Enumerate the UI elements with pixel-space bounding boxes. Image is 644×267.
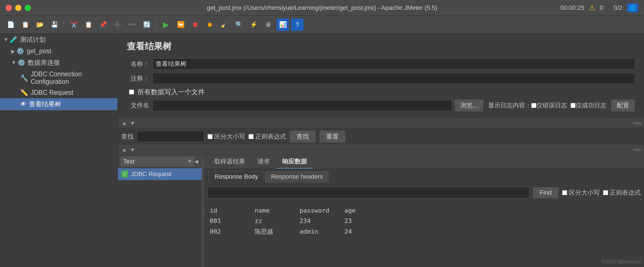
start-button[interactable]: ▶ (160, 19, 172, 31)
resp-find-button[interactable]: Find (533, 187, 559, 198)
result-item-jdbc[interactable]: ✓ JDBC Request (118, 168, 202, 180)
remote-start-button[interactable]: 🖥 (262, 19, 274, 31)
format-dropdown[interactable]: Text HTML JSON XML RegExp Tester (120, 156, 195, 167)
log-viewer-button[interactable]: 📊 (277, 19, 289, 31)
minimize-button[interactable] (15, 5, 21, 11)
search-input[interactable] (137, 131, 204, 142)
tab-sampler-label: 取样器结果 (214, 158, 245, 165)
response-search-input[interactable] (208, 187, 529, 198)
cell-password-2: admin (300, 226, 333, 237)
name-input[interactable] (153, 58, 635, 70)
response-subtabs: Response Body Response headers (204, 169, 644, 185)
eye-icon: 👁 (20, 100, 27, 108)
col-id-header: id (210, 205, 243, 216)
shield-icon: ✓ (121, 171, 128, 178)
stop-button[interactable]: ⏹ (189, 19, 201, 31)
config-button[interactable]: 配置 (611, 99, 635, 112)
tree-label-db-connect: 数据库连接 (28, 58, 60, 67)
cut-button[interactable]: ✂️ (68, 19, 80, 31)
file-input[interactable] (153, 100, 452, 111)
resp-case-label: 区分大小写 (562, 188, 600, 197)
tab-request[interactable]: 请求 (252, 155, 275, 169)
results-toolbar: Text HTML JSON XML RegExp Tester ▼ ◀ (118, 155, 202, 168)
resp-data-row-2: 002 陈思越 admin 24 (210, 226, 638, 237)
expand-button[interactable]: ➕ (111, 19, 124, 31)
regex-checkbox[interactable] (249, 134, 254, 139)
subtab-response-body[interactable]: Response Body (209, 171, 264, 182)
browse-button[interactable]: 浏览... (454, 99, 484, 112)
cell-age-2: 24 (344, 226, 378, 237)
right-panel: 查看结果树 名称： 注释： 所有数据写入一个文件 文件名 浏览... (118, 34, 644, 267)
name-label: 名称： (127, 60, 149, 68)
subtab-response-headers[interactable]: Response headers (265, 171, 329, 182)
comment-label: 注释： (127, 74, 149, 83)
response-search-row: Find 区分大小写 正则表达式 (204, 185, 644, 201)
separator-1 (64, 20, 64, 30)
case-checkbox[interactable] (208, 134, 213, 139)
tab-sampler-results[interactable]: 取样器结果 (209, 155, 251, 169)
down-arrow-button[interactable]: ▼ (128, 120, 137, 127)
up-arrow-button-2[interactable]: ▲ (120, 146, 128, 153)
response-body: id name password age 001 zz 234 23 0 (204, 201, 644, 267)
templates-button[interactable]: 📋 (19, 19, 31, 31)
resp-case-checkbox[interactable] (562, 190, 567, 195)
cell-name-2: 陈思越 (255, 226, 288, 237)
up-arrow-button[interactable]: ▲ (120, 120, 128, 127)
comment-input[interactable] (153, 73, 635, 84)
reset-button[interactable]: 重置 (319, 130, 346, 143)
col-password-header: password (300, 205, 333, 216)
watermark: CSDN @feibeing (602, 259, 641, 265)
start-no-pause-button[interactable]: ⏩ (174, 19, 187, 31)
counter-total: 0/2 (614, 4, 622, 11)
copy-button[interactable]: 📋 (82, 19, 95, 31)
result-label-jdbc: JDBC Request (131, 171, 172, 178)
response-table: id name password age 001 zz 234 23 0 (210, 205, 638, 237)
search-button[interactable]: 🔍 (233, 19, 245, 31)
content-area: Text HTML JSON XML RegExp Tester ▼ ◀ ✓ J… (118, 155, 644, 267)
left-panel-tree: ▼ 🧪 测试计划 ▶ ⚙️ get_post ▼ ⚙️ 数据库连接 🔧 JDBC… (0, 34, 118, 267)
success-log-checkbox[interactable] (571, 103, 576, 108)
open-button[interactable]: 📂 (34, 19, 46, 31)
help-button[interactable]: ? (291, 19, 303, 31)
tab-response-data[interactable]: 响应数据 (277, 155, 312, 169)
cell-id-1: 001 (210, 216, 243, 226)
tree-item-db-connect[interactable]: ▼ ⚙️ 数据库连接 (0, 57, 118, 69)
down-arrow-button-2[interactable]: ▼ (128, 146, 137, 153)
collapse-button[interactable]: ➖ (126, 19, 138, 31)
regex-checkbox-label: 正则表达式 (249, 132, 286, 141)
cell-password-1: 234 (300, 216, 333, 226)
tree-item-test-plan[interactable]: ▼ 🧪 测试计划 (0, 34, 118, 46)
tree-item-jdbc-config[interactable]: 🔧 JDBC Connection Configuration (0, 69, 118, 87)
error-log-label: 仅错误日志 (536, 101, 567, 110)
globe-icon[interactable]: 🌐 (627, 3, 638, 12)
reset-button[interactable]: 🔄 (141, 19, 153, 31)
file-checkbox[interactable] (129, 89, 134, 95)
new-button[interactable]: 📄 (4, 19, 17, 31)
tree-item-jdbc-request[interactable]: ✏️ JDBC Request (0, 87, 118, 98)
find-button[interactable]: 查找 (289, 130, 316, 143)
paste-button[interactable]: 📌 (97, 19, 109, 31)
resp-regex-label: 正则表达式 (603, 188, 641, 197)
case-label: 区分大小写 (214, 132, 245, 141)
function-button[interactable]: ⚡ (247, 19, 260, 31)
form-title: 查看结果树 (127, 40, 635, 53)
resp-regex-checkbox[interactable] (603, 190, 608, 195)
shutdown-button[interactable]: ⏺ (204, 19, 216, 31)
success-log-label: 仅成功日志 (576, 101, 606, 110)
warning-icon: ⚠ (589, 3, 595, 12)
error-log-checkbox[interactable] (531, 103, 536, 108)
tree-item-get-post[interactable]: ▶ ⚙️ get_post (0, 46, 118, 57)
regex-label: 正则表达式 (255, 132, 286, 141)
cell-id-2: 002 (210, 226, 243, 237)
maximize-button[interactable] (25, 5, 31, 11)
resp-regex-text: 正则表达式 (610, 188, 641, 197)
col-age-header: age (344, 205, 378, 216)
pencil-icon: ✏️ (20, 89, 28, 96)
vertical-splitter[interactable]: ⋮ (202, 155, 204, 267)
close-button[interactable] (6, 5, 12, 11)
tree-item-view-results[interactable]: 👁 查看结果树 (0, 98, 118, 110)
clear-button[interactable]: 🧹 (218, 19, 231, 31)
file-checkbox-row: 所有数据写入一个文件 (129, 88, 635, 96)
divider-row-2: ▲ ▼ ••• (118, 145, 644, 155)
save-button[interactable]: 💾 (48, 19, 61, 31)
